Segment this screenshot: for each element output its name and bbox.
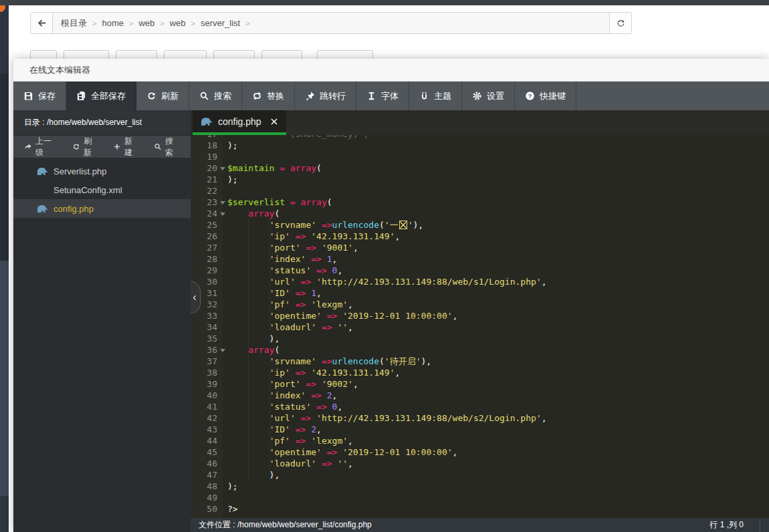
breadcrumb-item-server_list[interactable]: server_list: [201, 18, 240, 28]
save-button[interactable]: 保存: [13, 82, 66, 110]
breadcrumb-refresh-button[interactable]: [609, 13, 631, 33]
indent-guide: [248, 231, 249, 242]
code-line[interactable]: 45 'opentime' => '2019-12-01 10:00:00',: [191, 446, 769, 458]
code-line[interactable]: 46 'loadurl' => '',: [191, 458, 769, 469]
code-token: [322, 254, 327, 264]
hotkeys-button[interactable]: ?快捷键: [515, 82, 576, 110]
code-token: ,: [337, 402, 342, 412]
code-token: [311, 265, 316, 275]
code-token: 'srvname': [269, 220, 316, 230]
svg-text:?: ?: [528, 93, 532, 100]
theme-button[interactable]: 主题: [409, 82, 462, 110]
line-number: 50: [191, 503, 217, 515]
line-number: 48: [191, 481, 217, 492]
code-line[interactable]: 38 'ip' => '42.193.131.149',: [191, 367, 769, 378]
breadcrumb-item-根目录[interactable]: 根目录: [61, 17, 87, 29]
line-number: 20: [191, 162, 217, 174]
code-line[interactable]: 31 'ID' => 1,: [191, 287, 769, 299]
file-tree-action-refresh[interactable]: 刷新: [72, 136, 98, 158]
floppy-icon: [23, 91, 33, 101]
breadcrumb-item-home[interactable]: home: [102, 18, 124, 28]
refresh-button[interactable]: 刷新: [136, 82, 189, 110]
fold-widget-icon[interactable]: [220, 201, 225, 205]
code-line[interactable]: 17 [share_money] ,: [191, 135, 769, 140]
font-button[interactable]: 字体: [356, 82, 409, 110]
line-number: 42: [191, 412, 217, 424]
code-area[interactable]: 17 [share_money] ,18);1920$maintain = ar…: [191, 135, 769, 518]
code-token: =>: [327, 311, 338, 321]
back-button[interactable]: [31, 13, 53, 33]
line-number: 28: [191, 253, 217, 265]
indent-guide: [248, 287, 249, 299]
php-elephant-icon: [37, 166, 48, 176]
code-token: 'pf': [269, 299, 290, 309]
code-line[interactable]: 26 'ip' => '42.193.131.149',: [191, 231, 769, 242]
line-number: 41: [191, 401, 217, 412]
code-line[interactable]: 37 'srvname' =>urlencode('待开启'),: [191, 356, 769, 367]
code-line[interactable]: 22: [191, 185, 769, 196]
pin-icon: [305, 91, 315, 101]
code-line[interactable]: 40 'index' => 2,: [191, 390, 769, 401]
code-line[interactable]: 19: [191, 151, 769, 162]
code-line[interactable]: 43 'ID' => 2,: [191, 424, 769, 435]
code-token: );: [227, 481, 238, 491]
search-button[interactable]: 搜索: [189, 82, 242, 110]
file-tree-action-new[interactable]: 新建: [113, 136, 139, 158]
code-line[interactable]: 35 ),: [191, 333, 769, 344]
breadcrumb-item-web[interactable]: web: [170, 18, 186, 28]
line-number: 19: [191, 151, 217, 162]
breadcrumb-item-web[interactable]: web: [138, 18, 154, 28]
save-all-button[interactable]: 全部保存: [66, 82, 136, 110]
replace-button[interactable]: 替换: [242, 82, 295, 110]
code-line[interactable]: 25 'srvname' =>urlencode('一区'),: [191, 219, 769, 231]
fold-widget-icon[interactable]: [220, 167, 225, 170]
file-item-Serverlist.php[interactable]: Serverlist.php: [13, 162, 191, 180]
settings-button[interactable]: 设置: [462, 82, 515, 110]
code-token: '': [337, 458, 348, 469]
code-token: 'lexgm': [311, 299, 348, 309]
file-tree-action-search[interactable]: 搜索: [154, 136, 180, 158]
directory-path-label: 目录 : /home/web/web/server_list: [13, 110, 191, 136]
code-line[interactable]: 47 ),: [191, 469, 769, 481]
code-line[interactable]: 24 array(: [191, 208, 769, 219]
code-line[interactable]: 28 'index' => 1,: [191, 253, 769, 265]
code-line[interactable]: 32 'pf' => 'lexgm',: [191, 299, 769, 310]
code-line[interactable]: 41 'status' => 0,: [191, 401, 769, 412]
code-line[interactable]: 18);: [191, 140, 769, 151]
fold-widget-icon[interactable]: [220, 213, 225, 216]
code-line[interactable]: 36 array(: [191, 344, 769, 356]
file-item-config.php[interactable]: config.php: [13, 199, 191, 218]
file-item-SetunaConfig.xml[interactable]: SetunaConfig.xml: [13, 180, 191, 199]
code-line[interactable]: 49: [191, 492, 769, 503]
code-token: [316, 322, 322, 332]
file-tree-action-up-level[interactable]: 上一级: [24, 136, 58, 158]
indent-guide: [269, 356, 270, 367]
sidebar-collapse-handle[interactable]: [191, 281, 201, 313]
code-line[interactable]: 33 'opentime' => '2019-12-01 10:00:00',: [191, 310, 769, 321]
code-line[interactable]: 39 'port' => '9002',: [191, 378, 769, 390]
code-line[interactable]: 21);: [191, 174, 769, 185]
code-token: 'http://42.193.131.149:88/web/s2/Login.p…: [316, 413, 542, 423]
code-token: 2: [327, 390, 332, 400]
code-line[interactable]: 34 'loadurl' => '',: [191, 321, 769, 333]
code-line[interactable]: 27 'port' => '9001',: [191, 242, 769, 253]
code-line[interactable]: 30 'url' => 'http://42.193.131.149:88/we…: [191, 276, 769, 287]
code-line[interactable]: 29 'status' => 0,: [191, 265, 769, 276]
code-line[interactable]: 20$maintain = array(: [191, 162, 769, 174]
code-token: =>: [322, 322, 332, 332]
tab-close-icon[interactable]: [270, 118, 278, 126]
code-line[interactable]: 50?>: [191, 503, 769, 515]
code-line[interactable]: 23$serverlist = array(: [191, 196, 769, 208]
code-line[interactable]: 48);: [191, 481, 769, 492]
code-line[interactable]: 42 'url' => 'http://42.193.131.149:88/we…: [191, 412, 769, 424]
code-token: [227, 345, 248, 355]
line-number: 45: [191, 446, 217, 458]
code-line[interactable]: 44 'pf' => 'lexgm',: [191, 435, 769, 446]
code-token: [316, 458, 322, 469]
tab-config-php[interactable]: config.php: [193, 110, 286, 135]
code-token: ,: [542, 277, 547, 287]
indent-guide: [269, 253, 270, 265]
fold-widget-icon[interactable]: [220, 349, 225, 352]
goto-line-button[interactable]: 跳转行: [295, 82, 356, 110]
code-token: ,: [316, 288, 322, 298]
